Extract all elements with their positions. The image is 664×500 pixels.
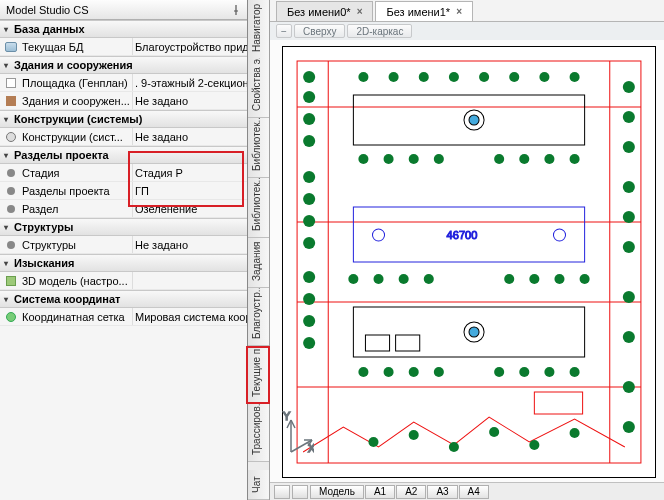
vtab-chat[interactable]: Чат: [248, 470, 269, 500]
row-structures[interactable]: СтруктурыНе задано: [0, 236, 247, 254]
view-wireframe-button[interactable]: 2D-каркас: [347, 24, 412, 38]
pin-icon[interactable]: [231, 5, 241, 15]
svg-point-50: [544, 154, 554, 164]
svg-point-4: [372, 229, 384, 241]
gear-icon: [4, 130, 18, 144]
dot-icon: [4, 184, 18, 198]
svg-point-10: [469, 327, 479, 337]
svg-point-30: [623, 211, 635, 223]
svg-point-71: [489, 427, 499, 437]
svg-point-49: [519, 154, 529, 164]
layout-tab-a4[interactable]: А4: [459, 485, 489, 499]
row-site[interactable]: Площадка (Генплан). 9-этажный 2-секционн…: [0, 74, 247, 92]
svg-point-25: [303, 337, 315, 349]
svg-point-56: [504, 274, 514, 284]
cube-icon: [4, 274, 18, 288]
vtab-properties[interactable]: Свойства э...: [248, 58, 269, 118]
svg-point-62: [409, 367, 419, 377]
svg-point-31: [623, 241, 635, 253]
site-icon: [4, 76, 18, 90]
drawing-canvas[interactable]: 46700: [282, 46, 656, 478]
view-minus-button[interactable]: −: [276, 24, 292, 38]
globe-icon: [4, 310, 18, 324]
vtab-library2[interactable]: Библиотек...: [248, 178, 269, 238]
panel-body: ▾База данных Текущая БДБлагоустройство п…: [0, 20, 247, 500]
layout-tab-a2[interactable]: А2: [396, 485, 426, 499]
vtab-current[interactable]: Текущие п...: [248, 346, 269, 404]
svg-point-34: [623, 381, 635, 393]
dot-icon: [4, 166, 18, 180]
svg-point-16: [303, 113, 315, 125]
view-top-button[interactable]: Сверху: [294, 24, 345, 38]
svg-point-24: [303, 315, 315, 327]
close-icon[interactable]: ×: [357, 6, 363, 17]
doc-tab-1[interactable]: Без имени1*×: [375, 1, 472, 21]
section-constructions[interactable]: ▾Конструкции (системы): [0, 110, 247, 128]
row-grid[interactable]: Координатная сеткаМировая система коорди…: [0, 308, 247, 326]
svg-point-73: [570, 428, 580, 438]
svg-rect-11: [365, 335, 389, 351]
doc-tab-0[interactable]: Без имени0*×: [276, 1, 373, 21]
svg-point-18: [303, 171, 315, 183]
svg-point-57: [529, 274, 539, 284]
row-3d-model[interactable]: 3D модель (настро...: [0, 272, 247, 290]
layout-prev-button[interactable]: [292, 485, 308, 499]
svg-point-66: [544, 367, 554, 377]
svg-point-63: [434, 367, 444, 377]
row-stage[interactable]: СтадияСтадия Р: [0, 164, 247, 182]
svg-point-40: [479, 72, 489, 82]
svg-point-21: [303, 237, 315, 249]
vtab-tasks[interactable]: Задания: [248, 238, 269, 288]
svg-point-46: [409, 154, 419, 164]
svg-point-33: [623, 331, 635, 343]
svg-point-26: [623, 81, 635, 93]
svg-point-38: [419, 72, 429, 82]
section-structures[interactable]: ▾Структуры: [0, 218, 247, 236]
svg-rect-12: [396, 335, 420, 351]
svg-point-28: [623, 141, 635, 153]
svg-point-45: [384, 154, 394, 164]
ucs-icon[interactable]: Y X: [270, 410, 314, 456]
svg-text:X: X: [308, 442, 314, 454]
vtab-library1[interactable]: Библиотек...: [248, 118, 269, 178]
svg-point-65: [519, 367, 529, 377]
svg-point-36: [358, 72, 368, 82]
layout-tab-a3[interactable]: А3: [427, 485, 457, 499]
row-project-parts[interactable]: Разделы проектаГП: [0, 182, 247, 200]
vtab-landscaping[interactable]: Благоустр...: [248, 288, 269, 346]
svg-point-59: [580, 274, 590, 284]
svg-point-47: [434, 154, 444, 164]
svg-point-37: [389, 72, 399, 82]
row-constructions[interactable]: Конструкции (сист...Не задано: [0, 128, 247, 146]
svg-point-48: [494, 154, 504, 164]
panel-header[interactable]: Model Studio CS: [0, 0, 247, 20]
layout-menu-button[interactable]: [274, 485, 290, 499]
row-buildings[interactable]: Здания и сооружен...Не задано: [0, 92, 247, 110]
section-buildings[interactable]: ▾Здания и сооружения: [0, 56, 247, 74]
section-database[interactable]: ▾База данных: [0, 20, 247, 38]
row-current-db[interactable]: Текущая БДБлагоустройство придомовой т..…: [0, 38, 247, 56]
svg-point-39: [449, 72, 459, 82]
svg-point-54: [399, 274, 409, 284]
database-icon: [4, 40, 18, 54]
drawing-viewport[interactable]: 46700: [270, 40, 664, 482]
svg-text:46700: 46700: [447, 229, 478, 241]
svg-point-32: [623, 291, 635, 303]
close-icon[interactable]: ×: [456, 6, 462, 17]
svg-point-43: [570, 72, 580, 82]
section-project-parts[interactable]: ▾Разделы проекта: [0, 146, 247, 164]
vtab-tracing[interactable]: Трассиров...: [248, 404, 269, 462]
svg-point-70: [449, 442, 459, 452]
layout-tab-a1[interactable]: А1: [365, 485, 395, 499]
layout-tab-model[interactable]: Модель: [310, 485, 364, 499]
svg-point-58: [554, 274, 564, 284]
svg-point-20: [303, 215, 315, 227]
row-section[interactable]: РазделОзеленение: [0, 200, 247, 218]
svg-point-14: [303, 71, 315, 83]
section-coords[interactable]: ▾Система координат: [0, 290, 247, 308]
svg-point-5: [553, 229, 565, 241]
vtab-navigator[interactable]: Навигатор: [248, 0, 269, 58]
svg-point-23: [303, 293, 315, 305]
section-surveys[interactable]: ▾Изыскания: [0, 254, 247, 272]
svg-point-61: [384, 367, 394, 377]
